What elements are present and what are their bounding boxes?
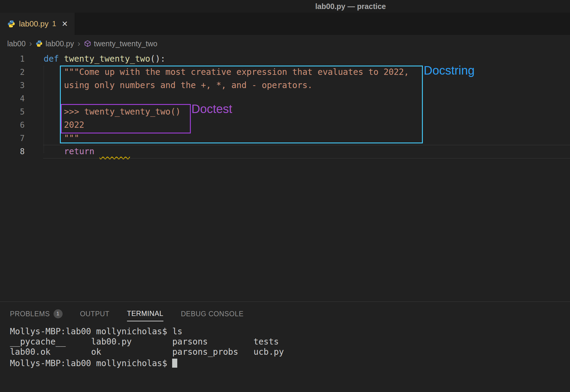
breadcrumb-file[interactable]: lab00.py — [45, 39, 74, 48]
chevron-right-icon: › — [78, 39, 80, 48]
tab-label: lab00.py — [19, 19, 48, 29]
bottom-panel: PROBLEMS 1 OUTPUT TERMINAL DEBUG CONSOLE… — [0, 302, 570, 392]
line-number: 7 — [0, 132, 25, 145]
vscode-window: lab00.py — practice lab00.py 1 ✕ lab00 › — [0, 0, 570, 392]
docstring-close: """ — [44, 133, 79, 143]
line-number: 1 — [0, 52, 25, 66]
panel-tab-label: TERMINAL — [127, 310, 163, 318]
docstring-text: using only numbers and the +, *, and - o… — [44, 80, 312, 90]
doctest-result: 2022 — [44, 120, 84, 130]
code-line-1[interactable]: 1def twenty_twenty_two(): — [0, 52, 570, 66]
code-line-3[interactable]: 3 using only numbers and the +, *, and -… — [0, 79, 570, 92]
code-line-5[interactable]: 5 >>> twenty_twenty_two() — [0, 105, 570, 118]
line-number: 6 — [0, 118, 25, 132]
window-title: lab00.py — practice — [315, 2, 386, 11]
code-editor[interactable]: 1def twenty_twenty_two(): 2 """Come up w… — [0, 52, 570, 302]
symbol-cube-icon — [84, 40, 91, 47]
tab-problems[interactable]: PROBLEMS 1 — [10, 307, 63, 321]
tab-lab00py[interactable]: lab00.py 1 ✕ — [0, 13, 75, 35]
warning-squiggle — [100, 146, 130, 156]
code-line-7[interactable]: 7 """ — [0, 132, 570, 145]
line-number: 2 — [0, 66, 25, 79]
punctuation: (): — [150, 54, 166, 64]
panel-tab-label: DEBUG CONSOLE — [181, 310, 243, 318]
docstring-text: """Come up with the most creative expres… — [44, 67, 409, 77]
chevron-right-icon: › — [29, 39, 32, 48]
keyword-return: return — [44, 146, 94, 156]
line-number: 5 — [0, 105, 25, 118]
line-number: 8 — [0, 145, 25, 158]
breadcrumb-symbol[interactable]: twenty_twenty_two — [94, 39, 157, 48]
titlebar: lab00.py — practice — [0, 0, 570, 13]
problems-count-badge: 1 — [54, 309, 63, 318]
breadcrumb-folder[interactable]: lab00 — [7, 39, 26, 48]
python-icon — [36, 40, 43, 47]
panel-tab-label: PROBLEMS — [10, 310, 50, 318]
tab-bar: lab00.py 1 ✕ — [0, 13, 570, 35]
code-line-2[interactable]: 2 """Come up with the most creative expr… — [0, 66, 570, 79]
panel-tab-label: OUTPUT — [80, 310, 110, 318]
code-line-8[interactable]: 8 return — [0, 145, 570, 158]
breadcrumb: lab00 › lab00.py › twenty_twenty_two — [0, 35, 570, 52]
terminal-line: __pycache__ lab00.py parsons tests — [10, 337, 570, 347]
terminal-line: lab00.ok ok parsons_probs ucb.py — [10, 347, 570, 357]
terminal[interactable]: Mollys-MBP:lab00 mollynicholas$ ls __pyc… — [10, 326, 570, 369]
terminal-prompt-line: Mollys-MBP:lab00 mollynicholas$ — [10, 357, 570, 369]
keyword-def: def — [44, 54, 64, 64]
tab-problem-count: 1 — [52, 20, 56, 28]
close-icon[interactable]: ✕ — [62, 20, 68, 28]
code-line-4[interactable]: 4 — [0, 92, 570, 105]
tab-output[interactable]: OUTPUT — [80, 307, 110, 321]
panel-tab-bar: PROBLEMS 1 OUTPUT TERMINAL DEBUG CONSOLE — [10, 307, 570, 321]
terminal-prompt: Mollys-MBP:lab00 mollynicholas$ — [10, 358, 172, 368]
terminal-line: Mollys-MBP:lab00 mollynicholas$ ls — [10, 326, 570, 337]
doctest-call: >>> twenty_twenty_two() — [44, 107, 181, 117]
line-number: 4 — [0, 92, 25, 105]
python-icon — [7, 20, 15, 28]
tab-debug-console[interactable]: DEBUG CONSOLE — [181, 307, 243, 321]
code-line-6[interactable]: 6 2022 — [0, 118, 570, 132]
terminal-cursor — [172, 359, 177, 368]
line-number: 3 — [0, 79, 25, 92]
tab-terminal[interactable]: TERMINAL — [127, 306, 163, 321]
function-name: twenty_twenty_two — [64, 54, 150, 64]
